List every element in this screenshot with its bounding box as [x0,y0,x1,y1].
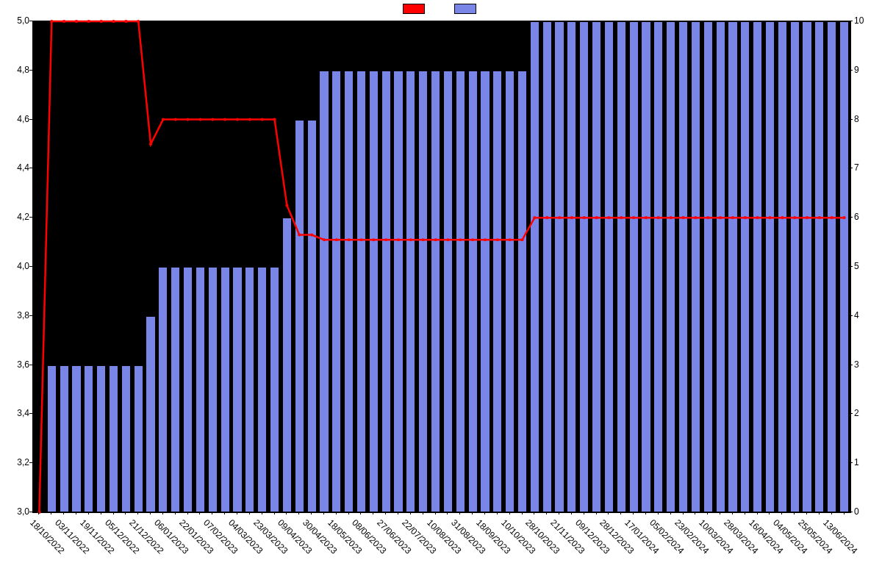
svg-point-39 [520,238,523,241]
svg-point-30 [409,238,412,241]
svg-point-15 [223,118,226,121]
tick-left: 5,0 [3,15,29,26]
svg-point-61 [793,216,796,219]
tick-right: 3 [854,359,881,370]
svg-point-4 [87,20,90,23]
svg-point-19 [273,118,276,121]
svg-point-44 [583,216,586,219]
svg-point-63 [818,216,821,219]
svg-point-54 [706,216,709,219]
svg-point-11 [174,118,177,121]
tick-left: 4,2 [3,212,29,222]
tick-left: 3,4 [3,408,29,418]
svg-point-38 [509,238,512,241]
svg-point-24 [335,238,338,241]
tick-right: 1 [854,457,881,467]
tick-left: 4,4 [3,162,29,173]
svg-point-9 [149,143,152,146]
svg-point-51 [670,216,673,219]
legend-swatch-line [403,4,425,14]
svg-point-18 [261,118,264,121]
svg-point-47 [620,216,623,219]
tick-right: 8 [854,114,881,124]
svg-point-40 [533,216,536,219]
svg-point-49 [645,216,648,219]
tick-left: 3,8 [3,310,29,320]
tick-right: 10 [854,15,881,26]
svg-point-2 [62,20,65,23]
svg-point-16 [236,118,239,121]
svg-point-6 [112,20,115,23]
chart-container: 3,03,23,43,63,84,04,24,44,64,85,0 012345… [0,0,882,588]
tick-left: 4,6 [3,114,29,124]
svg-point-29 [397,238,400,241]
tick-left: 3,6 [3,359,29,370]
svg-point-7 [124,20,127,23]
tick-left: 4,8 [3,65,29,75]
tick-left: 3,0 [3,506,29,517]
svg-point-33 [446,238,449,241]
svg-point-62 [806,216,808,219]
svg-point-31 [422,238,425,241]
svg-point-52 [681,216,684,219]
svg-point-41 [545,216,548,219]
svg-point-43 [570,216,573,219]
svg-point-21 [298,233,301,236]
svg-point-27 [372,238,375,241]
svg-point-58 [756,216,759,219]
svg-point-60 [781,216,784,219]
svg-point-46 [607,216,610,219]
svg-point-26 [359,238,362,241]
tick-right: 9 [854,65,881,75]
svg-point-32 [434,238,437,241]
svg-point-36 [484,238,487,241]
svg-point-17 [248,118,251,121]
svg-point-8 [137,20,140,23]
svg-point-64 [831,216,833,219]
svg-point-20 [285,204,288,207]
tick-right: 0 [854,506,881,517]
svg-point-53 [694,216,697,219]
tick-left: 3,2 [3,457,29,467]
svg-point-13 [198,118,201,121]
svg-point-37 [496,238,499,241]
svg-point-65 [842,216,845,219]
svg-point-56 [731,216,734,219]
tick-right: 7 [854,162,881,173]
svg-point-45 [595,216,598,219]
legend-item-line [403,4,428,14]
svg-point-55 [719,216,722,219]
tick-right: 2 [854,408,881,418]
svg-point-5 [100,20,103,23]
svg-point-1 [50,20,53,23]
svg-point-14 [211,118,214,121]
svg-point-3 [75,20,78,23]
svg-point-59 [768,216,771,219]
tick-left: 4,0 [3,261,29,271]
svg-point-12 [187,118,190,121]
plot-area [32,21,851,513]
svg-point-35 [471,238,474,241]
svg-point-42 [558,216,561,219]
svg-point-28 [384,238,387,241]
svg-point-34 [459,238,462,241]
svg-point-25 [348,238,351,241]
line-series [33,21,850,512]
svg-point-48 [632,216,635,219]
legend-item-bar [454,4,479,14]
svg-point-50 [657,216,660,219]
svg-point-57 [744,216,747,219]
legend [0,0,882,18]
tick-right: 6 [854,212,881,222]
svg-point-22 [310,233,313,236]
svg-point-23 [323,238,326,241]
legend-swatch-bar [454,4,476,14]
svg-point-10 [162,118,165,121]
tick-right: 5 [854,261,881,271]
tick-right: 4 [854,310,881,320]
